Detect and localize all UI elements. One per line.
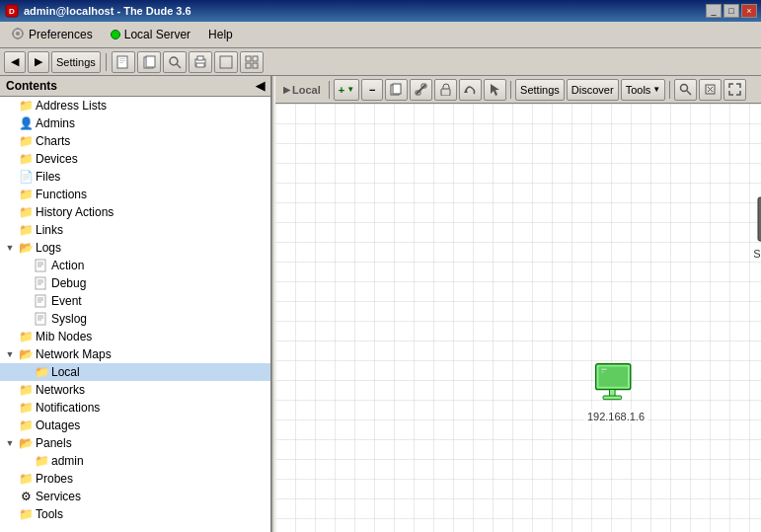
sidebar-item-logs-action[interactable]: Action xyxy=(0,257,270,274)
map-grid xyxy=(275,104,761,532)
toolbar-btn-1[interactable] xyxy=(112,51,135,73)
folder-icon: 📁 xyxy=(18,187,34,202)
discover-button[interactable]: Discover xyxy=(567,79,619,101)
sidebar-item-outages[interactable]: 📁 Outages xyxy=(0,417,270,434)
forward-button[interactable]: ▶ xyxy=(28,51,49,73)
svg-point-14 xyxy=(170,57,178,65)
copy-node-button[interactable] xyxy=(385,79,408,101)
sidebar-collapse-icon[interactable]: ◀ xyxy=(256,79,265,93)
sidebar-item-functions[interactable]: 📁 Functions xyxy=(0,186,270,203)
sidebar-item-panels[interactable]: ▼ 📂 Panels xyxy=(0,434,270,452)
node-192-168-1-6[interactable]: 192.168.1.6 xyxy=(581,360,650,423)
add-button[interactable]: + ▼ xyxy=(334,79,359,101)
node-shs-pc[interactable]: SHS-PC xyxy=(739,197,761,261)
sidebar-item-logs-event[interactable]: Event xyxy=(0,292,270,310)
svg-marker-47 xyxy=(491,84,499,96)
shs-pc-icon xyxy=(750,197,761,245)
search-icon xyxy=(168,55,182,69)
svg-rect-11 xyxy=(119,62,123,63)
expander-icon xyxy=(4,224,16,236)
sidebar-item-label: Local xyxy=(51,365,80,379)
svg-rect-20 xyxy=(246,56,251,61)
sidebar-item-panels-admin[interactable]: 📁 admin xyxy=(0,452,270,470)
sidebar-item-label: Tools xyxy=(36,507,63,521)
svg-rect-45 xyxy=(441,89,450,96)
sidebar-item-network-maps[interactable]: ▼ 📂 Network Maps xyxy=(0,345,270,363)
sidebar-item-admins[interactable]: 👤 Admins xyxy=(0,114,270,132)
svg-line-49 xyxy=(687,91,691,95)
window-controls: _ □ × xyxy=(706,4,757,18)
maximize-button[interactable]: □ xyxy=(723,4,739,18)
folder-icon: 📁 xyxy=(18,382,34,398)
toolbar-btn-6[interactable] xyxy=(240,51,264,73)
svg-rect-18 xyxy=(196,63,204,67)
link-button[interactable] xyxy=(410,79,432,101)
settings-button[interactable]: Settings xyxy=(51,51,101,73)
map-canvas[interactable]: SHS-PC 192.16 xyxy=(275,104,761,532)
folder-icon: 📁 xyxy=(18,329,34,344)
sidebar-item-logs-debug[interactable]: Debug xyxy=(0,274,270,292)
expander-icon xyxy=(4,508,16,520)
back-icon: ◀ xyxy=(11,55,19,68)
logs-expander-icon: ▼ xyxy=(4,242,16,254)
menu-preferences[interactable]: Preferences xyxy=(2,24,102,45)
sidebar-item-address-lists[interactable]: 📁 Address Lists xyxy=(0,97,270,114)
folder-icon: 📁 xyxy=(34,453,49,469)
sidebar-title: Contents xyxy=(6,79,57,93)
toolbar-btn-4[interactable] xyxy=(189,51,212,73)
minimize-button[interactable]: _ xyxy=(706,4,722,18)
sidebar-item-label: Syslog xyxy=(51,312,87,326)
tools-button[interactable]: Tools ▼ xyxy=(621,79,666,101)
expander-icon xyxy=(4,419,16,431)
sidebar-item-files[interactable]: 📄 Files xyxy=(0,168,270,186)
lock-button[interactable] xyxy=(434,79,457,101)
main-layout: Contents ◀ 📁 Address Lists 👤 Admins 📁 Ch… xyxy=(0,76,761,532)
expander-icon xyxy=(4,331,16,342)
sidebar-item-services[interactable]: ⚙ Services xyxy=(0,488,270,505)
sidebar-item-tools[interactable]: 📁 Tools xyxy=(0,505,270,523)
toolbar-btn-5[interactable] xyxy=(214,51,238,73)
sidebar-item-logs-syslog[interactable]: Syslog xyxy=(0,310,270,328)
sidebar-item-label: Charts xyxy=(36,134,70,148)
svg-rect-9 xyxy=(119,58,125,59)
menu-help[interactable]: Help xyxy=(199,24,242,45)
sidebar-item-probes[interactable]: 📁 Probes xyxy=(0,470,270,488)
back-button[interactable]: ◀ xyxy=(4,51,26,73)
main-toolbar: ◀ ▶ Settings xyxy=(0,48,761,76)
expander-icon xyxy=(4,402,16,414)
tools-label: Tools xyxy=(626,84,651,96)
zoom-button[interactable] xyxy=(674,79,697,101)
sidebar-item-links[interactable]: 📁 Links xyxy=(0,221,270,239)
sidebar-item-devices[interactable]: 📁 Devices xyxy=(0,150,270,168)
svg-rect-10 xyxy=(119,60,125,61)
expander-icon xyxy=(20,277,32,289)
menu-local-server[interactable]: Local Server xyxy=(102,24,199,45)
sidebar-item-history-actions[interactable]: 📁 History Actions xyxy=(0,203,270,221)
sidebar-item-label: Action xyxy=(51,259,84,272)
close-button[interactable]: × xyxy=(741,4,757,18)
folder-icon: 📁 xyxy=(18,506,34,522)
sidebar-item-label: Network Maps xyxy=(36,347,112,361)
sidebar-item-network-maps-local[interactable]: 📁 Local xyxy=(0,363,270,381)
canvas-location-indicator: ▶ Local xyxy=(279,84,325,96)
computer-1-label: 192.168.1.6 xyxy=(584,410,647,423)
toolbar-btn-3[interactable] xyxy=(163,51,187,73)
sidebar-item-mib-nodes[interactable]: 📁 Mib Nodes xyxy=(0,328,270,345)
log-icon xyxy=(34,275,49,291)
sidebar-item-logs[interactable]: ▼ 📂 Logs xyxy=(0,239,270,257)
pointer-button[interactable] xyxy=(484,79,506,101)
fit-button[interactable] xyxy=(699,79,722,101)
folder-open-icon: 📂 xyxy=(18,435,34,451)
fullscreen-button[interactable] xyxy=(723,79,746,101)
sidebar-item-charts[interactable]: 📁 Charts xyxy=(0,132,270,150)
settings-action-button[interactable]: Settings xyxy=(515,79,565,101)
svg-rect-24 xyxy=(36,260,45,271)
sidebar-item-notifications[interactable]: 📁 Notifications xyxy=(0,399,270,417)
connect-button[interactable] xyxy=(459,79,482,101)
admins-icon: 👤 xyxy=(18,115,34,131)
expander-icon xyxy=(20,455,32,467)
sidebar-item-networks[interactable]: 📁 Networks xyxy=(0,381,270,399)
toolbar-btn-2[interactable] xyxy=(137,51,161,73)
delete-button[interactable]: − xyxy=(361,79,383,101)
svg-rect-13 xyxy=(146,56,155,67)
